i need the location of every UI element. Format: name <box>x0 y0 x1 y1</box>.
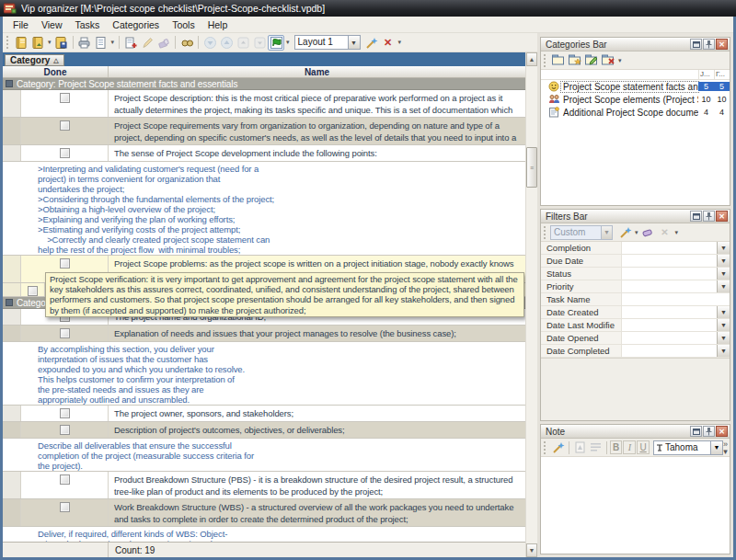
menu-tasks[interactable]: Tasks <box>69 17 107 32</box>
collapse-all-icon[interactable] <box>235 35 251 51</box>
apply-filter-dropdown-icon[interactable]: ▾ <box>633 229 640 236</box>
new-subcategory-icon[interactable] <box>567 52 583 68</box>
filter-value[interactable] <box>622 306 717 318</box>
filter-value[interactable] <box>622 268 717 280</box>
new-database-icon[interactable] <box>13 35 29 51</box>
move-up-icon[interactable] <box>218 35 235 51</box>
task-text[interactable]: The sense of Project Scope development i… <box>109 145 525 161</box>
task-checkbox[interactable] <box>60 425 70 435</box>
done-cell[interactable] <box>21 145 109 161</box>
task-text[interactable]: Description of project's outcomes, objec… <box>109 422 525 438</box>
column-header-name[interactable]: Name <box>109 66 525 77</box>
save-database-icon[interactable] <box>53 35 70 51</box>
delete-category-icon[interactable] <box>600 52 616 68</box>
scroll-down-icon[interactable]: ▼ <box>526 543 537 557</box>
filter-value[interactable] <box>622 242 717 254</box>
find-icon[interactable] <box>178 35 195 51</box>
group-by-category-button[interactable]: Category △ <box>5 54 64 66</box>
task-row[interactable]: Project Scope requirements vary from org… <box>3 118 525 145</box>
float-panel-icon[interactable] <box>690 39 702 50</box>
float-panel-icon[interactable] <box>690 211 702 222</box>
filter-value[interactable] <box>622 255 717 267</box>
menu-file[interactable]: File <box>6 17 35 32</box>
task-checkbox[interactable] <box>60 120 70 131</box>
pin-panel-icon[interactable] <box>703 211 715 222</box>
done-cell[interactable] <box>21 118 109 144</box>
layout-combo-arrow-icon[interactable]: ▼ <box>348 35 361 50</box>
paragraph-icon[interactable] <box>588 440 604 455</box>
column-header-done[interactable]: Done <box>3 66 109 77</box>
filter-value[interactable] <box>622 345 717 357</box>
move-down-icon[interactable] <box>201 35 218 51</box>
task-checkbox[interactable] <box>60 258 70 269</box>
apply-filter-icon[interactable] <box>616 224 633 240</box>
new-category-icon[interactable] <box>550 52 567 68</box>
add-task-icon[interactable] <box>122 35 139 51</box>
group-row[interactable]: Category: Project Scope statement facts … <box>3 78 525 90</box>
open-dropdown-icon[interactable]: ▾ <box>46 39 53 46</box>
task-row[interactable]: Product Breakdown Structure (PBS) - it i… <box>3 472 525 499</box>
scrollbar-thumb[interactable]: ≡ <box>526 147 537 188</box>
toolbar-grip[interactable] <box>544 54 547 67</box>
task-text[interactable]: Explanation of needs and issues that you… <box>109 326 525 341</box>
filter-preset-arrow-icon[interactable]: ▼ <box>601 225 613 240</box>
filter-preset-value[interactable]: Custom <box>550 225 601 240</box>
collapse-group-icon[interactable] <box>6 299 13 306</box>
toolbar-grip[interactable] <box>544 441 547 454</box>
menu-categories[interactable]: Categories <box>106 17 166 32</box>
close-panel-icon[interactable]: ✕ <box>716 426 728 437</box>
categories-toolbar-options-icon[interactable]: ▾ <box>616 57 624 64</box>
task-text[interactable]: Product Breakdown Structure (PBS) - it i… <box>109 472 525 498</box>
done-cell[interactable] <box>21 326 109 341</box>
scroll-up-icon[interactable]: ▲ <box>526 52 537 66</box>
menu-view[interactable]: View <box>35 17 69 32</box>
layout-combo[interactable]: Layout 1 ▼ <box>294 35 361 50</box>
font-combo-value[interactable]: Tahoma <box>653 440 710 455</box>
filter-dropdown-icon[interactable]: ▼ <box>717 280 730 292</box>
layout-dropdown-icon[interactable]: ▾ <box>284 39 292 46</box>
task-checkbox[interactable] <box>60 502 70 512</box>
scrollbar-track[interactable]: ≡ <box>526 66 537 543</box>
filter-dropdown-icon[interactable]: ▼ <box>717 306 730 318</box>
task-checkbox[interactable] <box>60 93 70 103</box>
count-column-header[interactable]: Г... <box>714 70 730 79</box>
collapse-group-icon[interactable] <box>6 80 13 87</box>
toolbar-grip[interactable] <box>544 226 547 239</box>
task-text[interactable]: Work Breakdown Structure (WBS) - a struc… <box>109 499 525 526</box>
task-row[interactable]: The project owner, sponsors, and stakeho… <box>3 406 525 422</box>
category-label[interactable]: Project Scope statement facts and essent… <box>561 82 698 92</box>
task-checkbox[interactable] <box>28 286 38 296</box>
menu-tools[interactable]: Tools <box>166 17 201 32</box>
float-panel-icon[interactable] <box>690 426 702 437</box>
done-cell[interactable] <box>21 406 109 421</box>
print-dropdown-icon[interactable]: ▾ <box>109 39 117 46</box>
insert-object-icon[interactable] <box>572 440 588 455</box>
note-editor[interactable] <box>541 457 730 554</box>
task-checkbox[interactable] <box>60 408 70 418</box>
task-text[interactable]: Project Scope description: this is the m… <box>109 90 525 117</box>
task-text[interactable]: Project Scope requirements vary from org… <box>109 118 525 144</box>
apply-layout-icon[interactable] <box>268 35 284 51</box>
task-checkbox[interactable] <box>60 148 70 158</box>
category-label[interactable]: Project Scope elements (Project Scope ba… <box>561 95 698 105</box>
note-wand-icon[interactable] <box>550 440 566 455</box>
open-database-icon[interactable] <box>29 35 46 51</box>
category-item[interactable]: Project Scope statement facts and essent… <box>541 80 730 93</box>
print-preview-icon[interactable] <box>93 35 109 51</box>
delete-layout-icon[interactable]: ✕ <box>380 35 397 51</box>
delete-filter-icon[interactable]: ✕ <box>657 224 673 240</box>
toolbar-grip[interactable] <box>6 36 10 49</box>
clear-filter-icon[interactable] <box>640 224 657 240</box>
filter-value[interactable] <box>622 332 717 344</box>
filter-value[interactable] <box>622 280 717 292</box>
category-item[interactable]: Additional Project Scope documentation (… <box>541 106 730 119</box>
vertical-scrollbar[interactable]: ▲ ≡ ▼ <box>525 52 537 557</box>
filter-value[interactable] <box>622 293 730 305</box>
customize-layout-icon[interactable] <box>363 35 380 51</box>
task-row[interactable]: The sense of Project Scope development i… <box>3 145 525 162</box>
task-checkbox[interactable] <box>60 474 70 485</box>
task-text[interactable]: The project owner, sponsors, and stakeho… <box>109 406 525 421</box>
task-row-expanded[interactable]: Project Scope verification: it is very i… <box>3 283 525 297</box>
pin-panel-icon[interactable] <box>703 39 715 50</box>
filter-dropdown-icon[interactable]: ▼ <box>717 255 730 267</box>
